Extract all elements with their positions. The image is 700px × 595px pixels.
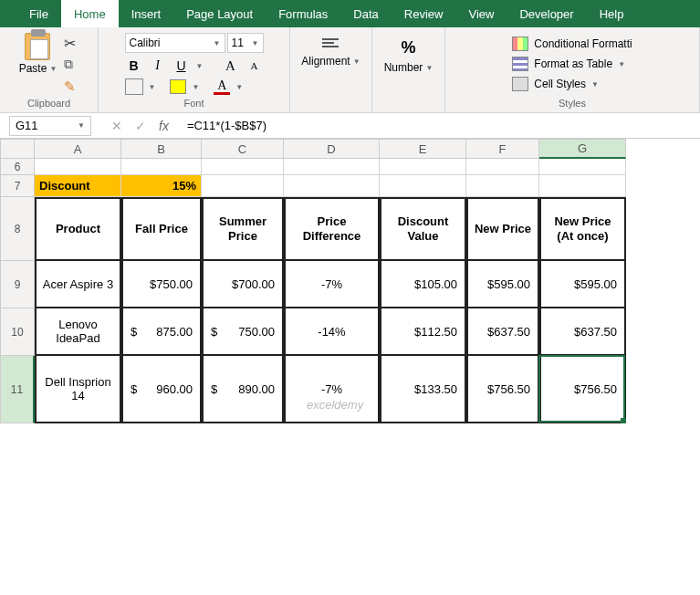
tab-home[interactable]: Home xyxy=(61,0,119,27)
chevron-down-icon[interactable]: ▼ xyxy=(192,83,199,91)
cell-E8[interactable]: Discount Value xyxy=(380,197,466,261)
cell-A8[interactable]: Product xyxy=(35,197,121,261)
enter-formula-icon[interactable]: ✓ xyxy=(135,119,146,133)
row-header-10[interactable]: 10 xyxy=(0,308,35,356)
format-as-table-button[interactable]: Format as Table▼ xyxy=(510,55,633,73)
fill-color-button[interactable] xyxy=(170,79,186,94)
conditional-formatting-button[interactable]: Conditional Formatti xyxy=(510,35,633,53)
chevron-down-icon[interactable]: ▼ xyxy=(149,83,156,91)
group-clipboard: Paste▼ ✂ ⧉ ✎ Clipboard xyxy=(0,27,99,112)
decrease-font-button[interactable]: A xyxy=(245,57,263,75)
font-name-select[interactable]: Calibri▼ xyxy=(125,33,225,53)
cell-B9[interactable]: $750.00 xyxy=(121,261,202,308)
tab-insert[interactable]: Insert xyxy=(119,0,174,27)
tab-developer[interactable]: Developer xyxy=(507,0,586,27)
cell-D9[interactable]: -7% xyxy=(284,261,380,308)
fx-icon[interactable]: fx xyxy=(159,119,169,133)
font-size-select[interactable]: 11▼ xyxy=(227,33,264,53)
cell-styles-button[interactable]: Cell Styles▼ xyxy=(510,75,633,93)
tab-view[interactable]: View xyxy=(455,0,507,27)
cell-D6[interactable] xyxy=(284,159,380,175)
column-header-D[interactable]: D xyxy=(284,139,380,159)
cell-C11[interactable]: $890.00 xyxy=(202,356,284,423)
cell-E7[interactable] xyxy=(380,175,466,197)
row-header-9[interactable]: 9 xyxy=(0,261,35,308)
cell-A9[interactable]: Acer Aspire 3 xyxy=(35,261,121,308)
column-header-E[interactable]: E xyxy=(380,139,466,159)
row-header-7[interactable]: 7 xyxy=(0,175,35,197)
bold-button[interactable]: B xyxy=(125,57,143,75)
cell-A11[interactable]: Dell Insprion 14 xyxy=(35,356,121,423)
chevron-down-icon[interactable]: ▼ xyxy=(235,83,243,91)
cell-D8[interactable]: Price Difference xyxy=(284,197,380,261)
paste-button[interactable]: Paste▼ xyxy=(17,31,59,93)
tab-review[interactable]: Review xyxy=(392,0,456,27)
cell-E10[interactable]: $112.50 xyxy=(380,308,466,356)
row-header-11[interactable]: 11 xyxy=(0,356,35,423)
cell-F9[interactable]: $595.00 xyxy=(466,261,539,308)
cell-G6[interactable] xyxy=(539,159,626,175)
cell-B10[interactable]: $875.00 xyxy=(121,308,202,356)
format-painter-icon[interactable]: ✎ xyxy=(64,78,80,93)
cell-styles-icon xyxy=(512,77,528,91)
cell-D10[interactable]: -14% xyxy=(284,308,380,356)
italic-button[interactable]: I xyxy=(149,57,167,75)
tab-page-layout[interactable]: Page Layout xyxy=(173,0,266,27)
cell-E9[interactable]: $105.00 xyxy=(380,261,466,308)
cell-F11[interactable]: $756.50 xyxy=(466,356,539,423)
group-number: % Number▼ xyxy=(372,27,445,112)
alignment-button[interactable]: Alignment▼ xyxy=(301,55,360,68)
column-header-C[interactable]: C xyxy=(202,139,284,159)
cell-F8[interactable]: New Price xyxy=(466,197,539,261)
cell-G7[interactable] xyxy=(539,175,626,197)
cell-D7[interactable] xyxy=(284,175,380,197)
font-color-button[interactable]: A xyxy=(214,78,230,95)
row-header-8[interactable]: 8 xyxy=(0,197,35,261)
number-button[interactable]: Number▼ xyxy=(384,61,434,74)
cell-B6[interactable] xyxy=(121,159,202,175)
cell-E6[interactable] xyxy=(380,159,466,175)
cell-C9[interactable]: $700.00 xyxy=(202,261,284,308)
column-header-A[interactable]: A xyxy=(35,139,121,159)
cell-C6[interactable] xyxy=(202,159,284,175)
underline-button[interactable]: U xyxy=(172,57,191,75)
cell-G8[interactable]: New Price (At once) xyxy=(539,197,626,261)
column-header-F[interactable]: F xyxy=(466,139,539,159)
cell-B11[interactable]: $960.00 xyxy=(121,356,202,423)
tab-file[interactable]: File xyxy=(16,0,61,27)
cell-G9[interactable]: $595.00 xyxy=(539,261,626,308)
group-alignment: Alignment▼ xyxy=(290,27,372,112)
select-all-corner[interactable] xyxy=(0,139,35,159)
cell-A6[interactable] xyxy=(35,159,121,175)
tab-help[interactable]: Help xyxy=(587,0,637,27)
cell-B8[interactable]: Fall Price xyxy=(121,197,202,261)
increase-font-button[interactable]: A xyxy=(221,57,239,75)
group-styles: Conditional Formatti Format as Table▼ Ce… xyxy=(445,27,700,112)
cell-C7[interactable] xyxy=(202,175,284,197)
chevron-down-icon[interactable]: ▼ xyxy=(196,62,204,70)
copy-icon[interactable]: ⧉ xyxy=(64,57,80,71)
tab-formulas[interactable]: Formulas xyxy=(266,0,340,27)
cell-C10[interactable]: $750.00 xyxy=(202,308,284,356)
cell-A7[interactable]: Discount xyxy=(35,175,121,197)
cell-F7[interactable] xyxy=(466,175,539,197)
column-header-G[interactable]: G xyxy=(539,139,626,159)
cell-D11[interactable]: -7% xyxy=(284,356,380,423)
borders-button[interactable] xyxy=(125,78,143,95)
formula-input[interactable] xyxy=(182,116,700,136)
name-box[interactable]: G11▼ xyxy=(9,116,91,136)
cell-F10[interactable]: $637.50 xyxy=(466,308,539,356)
percent-icon: % xyxy=(401,38,415,57)
cut-icon[interactable]: ✂ xyxy=(64,35,80,49)
cell-G10[interactable]: $637.50 xyxy=(539,308,626,356)
tab-data[interactable]: Data xyxy=(340,0,391,27)
cell-G11[interactable]: $756.50 xyxy=(539,356,626,423)
column-header-B[interactable]: B xyxy=(121,139,202,159)
cancel-formula-icon[interactable]: ✕ xyxy=(111,119,122,133)
cell-A10[interactable]: Lenovo IdeaPad xyxy=(35,308,121,356)
cell-B7[interactable]: 15% xyxy=(121,175,202,197)
row-header-6[interactable]: 6 xyxy=(0,159,35,175)
cell-E11[interactable]: $133.50 xyxy=(380,356,466,423)
cell-F6[interactable] xyxy=(466,159,539,175)
cell-C8[interactable]: Summer Price xyxy=(202,197,284,261)
